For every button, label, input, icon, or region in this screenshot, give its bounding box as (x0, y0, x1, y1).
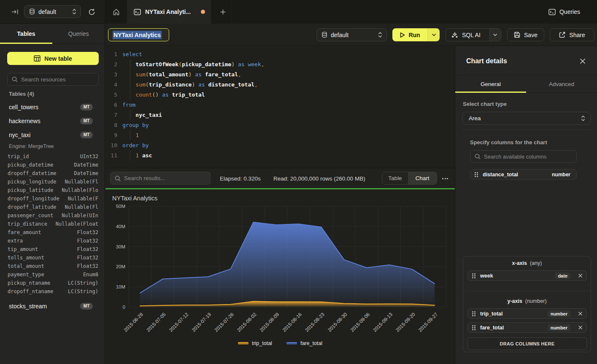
y-axis-tick-label: 50M (116, 204, 125, 209)
token: as (195, 71, 202, 78)
column-type: Float32 (77, 246, 98, 252)
sql-ai-label: SQL AI (462, 32, 481, 38)
run-button[interactable]: Run (392, 28, 427, 41)
area-chart[interactable]: 010M20M30M40M50M2015-06-282015-07-052015… (105, 189, 455, 364)
tab-nytaxi-analytics[interactable]: NYTaxi Analyti... (127, 0, 211, 24)
line-number: 8 (105, 120, 117, 130)
chart-details-title: Chart details (466, 57, 507, 65)
token: as (238, 61, 245, 67)
home-button[interactable] (107, 0, 125, 24)
column-type: LC(String) (68, 280, 98, 286)
column-type-badge: date (555, 272, 570, 279)
column-row-fare_amount: fare_amountFloat32 (0, 228, 105, 237)
table-item-stocks_stream[interactable]: stocks_streamMT (0, 299, 105, 313)
drop-zone[interactable]: DRAG COLUMNS HERE (467, 337, 587, 350)
token: trip_distance (149, 81, 192, 88)
y-axis-column-fare-total[interactable]: fare_total number (467, 322, 587, 333)
chart-type-label: Select chart type (463, 101, 507, 107)
tab-general[interactable]: General (455, 75, 526, 92)
code-line: 1 asc (122, 151, 152, 161)
sql-ai-button[interactable]: SQL AI (446, 29, 486, 41)
save-button[interactable]: Save (507, 28, 544, 41)
column-name: trip_distance (8, 221, 56, 227)
editor-line-2: 2 toStartOfWeek(pickup_datetime) as week… (105, 59, 455, 70)
results-search-input[interactable]: Search results... (110, 172, 211, 185)
database-selector-query[interactable]: default (316, 28, 387, 41)
token: , (254, 81, 258, 88)
available-column-distance-total[interactable]: distance_total number (470, 169, 577, 180)
sql-editor[interactable]: 1select2 toStartOfWeek(pickup_datetime) … (105, 46, 455, 168)
save-button-label: Save (524, 32, 538, 38)
drag-handle-icon (472, 311, 476, 317)
more-options-button[interactable] (440, 174, 450, 183)
share-button[interactable]: Share (550, 28, 594, 41)
y-axis-column-trip-total[interactable]: trip_total number (467, 308, 587, 319)
indent-guide (130, 70, 130, 80)
view-toggle-table[interactable]: Table (382, 172, 408, 184)
run-options-button[interactable] (427, 28, 440, 41)
table-item-hackernews[interactable]: hackernewsMT (0, 114, 105, 128)
collapse-sidebar-button[interactable] (9, 6, 20, 18)
y-axis-tick-label: 10M (116, 284, 125, 289)
view-toggle-chart[interactable]: Chart (408, 172, 437, 184)
database-selector-top[interactable]: default (24, 5, 81, 18)
new-table-button[interactable]: New table (7, 52, 99, 65)
token (195, 81, 198, 88)
x-axis-tick-label: 2015-09-27 (417, 312, 438, 333)
chart-legend: trip_totalfare_total (105, 340, 455, 346)
chevron-expand-icon (72, 9, 76, 14)
legend-item-fare_total[interactable]: fare_total (286, 340, 322, 346)
sql-ai-options-button[interactable] (489, 29, 501, 41)
queries-button[interactable]: Queries (548, 0, 580, 24)
results-search-placeholder: Search results... (124, 175, 165, 181)
column-type: number (552, 172, 570, 178)
table-name: hackernews (9, 118, 80, 124)
close-icon (579, 58, 586, 65)
y-axis-tick-label: 40M (116, 224, 125, 229)
column-type: DateTime (74, 162, 98, 168)
line-number: 3 (105, 70, 117, 80)
column-row-pickup_latitude: pickup_latitudeNullable(Flo (0, 186, 105, 194)
x-axis-tick-label: 2015-07-12 (168, 312, 189, 333)
sidebar-tab-tables[interactable]: Tables (0, 24, 52, 43)
line-number: 2 (105, 59, 117, 70)
columns-search-input[interactable]: Search available columns (470, 150, 577, 163)
x-axis-tick-label: 2015-07-19 (191, 312, 212, 333)
table-item-cell_towers[interactable]: cell_towersMT (0, 100, 105, 114)
column-row-pickup_longitude: pickup_longitudeNullable(Fl (0, 178, 105, 186)
chart-details-header: Chart details (455, 46, 597, 75)
close-panel-button[interactable] (579, 58, 587, 65)
line-number: 9 (105, 130, 117, 140)
query-title-input[interactable]: NYTaxi Analytics (108, 28, 169, 41)
column-name: tolls_amount (8, 255, 77, 261)
search-icon (115, 175, 121, 181)
sidebar-search-input[interactable]: Search resources (7, 73, 99, 86)
sidebar-tabs: Tables Queries (0, 24, 105, 44)
chart-panel: 010M20M30M40M50M2015-06-282015-07-052015… (105, 189, 455, 364)
new-tab-button[interactable] (214, 0, 231, 24)
remove-column-button[interactable] (577, 325, 583, 331)
column-row-dropoff_ntaname: dropoff_ntanameLC(String) (0, 287, 105, 296)
engine-badge: MT (80, 303, 93, 310)
main-area: NYTaxi Analytics default Run (105, 24, 597, 364)
remove-column-button[interactable] (577, 273, 583, 279)
engine-badge: MT (80, 118, 93, 124)
tab-advanced[interactable]: Advanced (526, 75, 597, 92)
table-item-nyc_taxi[interactable]: nyc_taxiMT (0, 128, 105, 142)
token: toStartOfWeek (135, 61, 178, 67)
code-line: sum(total_amount) as fare_total, (122, 70, 241, 80)
token: 1 (135, 132, 139, 138)
refresh-icon (88, 8, 95, 16)
token: select (122, 51, 142, 57)
chart-type-select[interactable]: Area (462, 112, 591, 125)
results-toolbar: Search results... Elapsed: 0.320s Read: … (105, 168, 455, 188)
x-axis-tick-label: 2015-06-28 (123, 312, 144, 333)
refresh-button[interactable] (86, 6, 97, 18)
sidebar-tab-queries[interactable]: Queries (52, 24, 105, 43)
x-axis-column-week[interactable]: week date (467, 270, 587, 281)
topbar-left: default (0, 0, 105, 24)
token: ( (146, 71, 149, 78)
token: group by (122, 122, 149, 128)
remove-column-button[interactable] (577, 311, 583, 317)
legend-item-trip_total[interactable]: trip_total (238, 340, 272, 346)
